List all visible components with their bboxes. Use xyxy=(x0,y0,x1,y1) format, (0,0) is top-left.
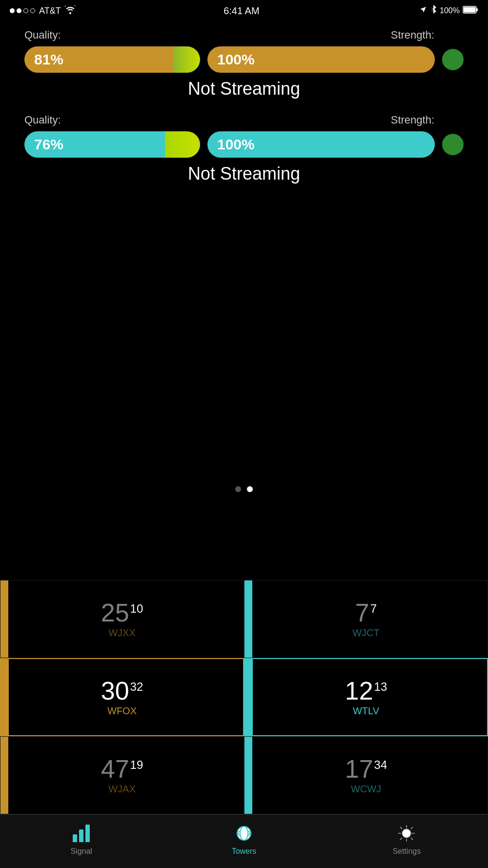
signal-dots xyxy=(10,8,35,13)
svg-point-9 xyxy=(402,829,411,838)
signal-tab-icon xyxy=(71,823,92,844)
channel-row-3: 1213 xyxy=(345,678,387,703)
channel-num-4: 47 xyxy=(101,756,129,782)
station-name-5: WCWJ xyxy=(351,784,381,795)
channel-row-5: 1734 xyxy=(345,756,387,782)
channel-sub-1: 7 xyxy=(370,602,377,616)
quality-bar-1: 81% xyxy=(24,46,200,73)
station-name-3: WTLV xyxy=(353,705,379,717)
channel-sub-0: 10 xyxy=(130,602,143,616)
status-left: AT&T xyxy=(10,5,76,17)
strength-value-1: 100% xyxy=(217,51,255,68)
status-right: 100% xyxy=(407,5,478,17)
bluetooth-icon xyxy=(430,5,437,17)
channel-num-1: 7 xyxy=(355,600,369,625)
station-name-2: WFOX xyxy=(107,705,137,717)
accent-bar-5 xyxy=(244,737,252,814)
station-name-4: WJAX xyxy=(108,784,136,795)
bars-row-1: 81% 100% xyxy=(24,46,464,73)
section-1: Quality: Strength: 81% 100% Not Streamin… xyxy=(24,29,464,99)
tab-signal-label: Signal xyxy=(70,847,92,856)
accent-bar-2 xyxy=(1,659,9,735)
signal-dot-2 xyxy=(17,8,21,13)
tab-towers-label: Towers xyxy=(232,847,257,856)
accent-bar-1 xyxy=(244,580,252,658)
channel-row-4: 4719 xyxy=(101,756,143,782)
main-content: Quality: Strength: 81% 100% Not Streamin… xyxy=(0,19,488,184)
carrier-label: AT&T xyxy=(39,6,61,16)
status-dot-1 xyxy=(442,49,464,70)
tab-settings-label: Settings xyxy=(392,847,421,856)
svg-point-7 xyxy=(240,827,248,840)
tower-cell-1[interactable]: 77WJCT xyxy=(244,580,488,658)
channel-num-0: 25 xyxy=(101,600,129,625)
svg-rect-1 xyxy=(476,8,478,11)
strength-label-1: Strength: xyxy=(391,29,434,41)
signal-dot-4 xyxy=(30,8,35,13)
tab-bar: Signal Towers Settings xyxy=(0,814,488,868)
settings-tab-icon xyxy=(396,823,417,844)
tower-cell-5[interactable]: 1734WCWJ xyxy=(244,736,488,814)
tower-cell-3[interactable]: 1213WTLV xyxy=(244,658,488,736)
channel-num-3: 12 xyxy=(345,678,373,703)
channel-sub-3: 13 xyxy=(374,680,387,694)
moon-icon xyxy=(407,5,416,16)
tower-cell-0[interactable]: 2510WJXX xyxy=(0,580,244,658)
time-display: 6:41 AM xyxy=(224,5,259,17)
channel-sub-2: 32 xyxy=(130,680,143,694)
quality-value-2: 76% xyxy=(34,136,63,153)
status-bar: AT&T 6:41 AM 100% xyxy=(0,0,488,19)
station-name-1: WJCT xyxy=(352,627,380,639)
tower-cell-2[interactable]: 3032WFOX xyxy=(0,658,244,736)
tab-signal[interactable]: Signal xyxy=(1,823,162,856)
bars-row-2: 76% 100% xyxy=(24,131,464,158)
battery-label: 100% xyxy=(440,6,460,15)
signal-dot-3 xyxy=(23,8,28,13)
tower-grid: 2510WJXX77WJCT3032WFOX1213WTLV4719WJAX17… xyxy=(0,580,488,814)
accent-bar-3 xyxy=(245,659,253,735)
location-icon xyxy=(419,6,427,16)
channel-row-0: 2510 xyxy=(101,600,143,625)
strength-bar-1: 100% xyxy=(207,46,435,73)
strength-value-2: 100% xyxy=(217,136,255,153)
signal-dot-1 xyxy=(10,8,15,13)
channel-row-2: 3032 xyxy=(101,678,143,703)
quality-label-2: Quality: xyxy=(24,114,61,126)
channel-num-2: 30 xyxy=(101,678,129,703)
svg-rect-2 xyxy=(463,7,475,13)
station-name-0: WJXX xyxy=(108,627,136,639)
strength-bar-2: 100% xyxy=(207,131,435,158)
towers-tab-icon xyxy=(233,823,255,844)
label-row-1: Quality: Strength: xyxy=(24,29,464,41)
channel-sub-4: 19 xyxy=(130,758,143,772)
accent-bar-4 xyxy=(0,737,8,814)
quality-value-1: 81% xyxy=(34,51,63,68)
tower-grid-container: 2510WJXX77WJCT3032WFOX1213WTLV4719WJAX17… xyxy=(0,580,488,814)
tab-settings[interactable]: Settings xyxy=(326,823,487,856)
page-indicators xyxy=(0,486,488,492)
label-row-2: Quality: Strength: xyxy=(24,114,464,126)
status-dot-2 xyxy=(442,134,464,155)
status-text-2: Not Streaming xyxy=(24,164,464,184)
battery-icon xyxy=(463,6,478,16)
strength-label-2: Strength: xyxy=(391,114,434,126)
channel-num-5: 17 xyxy=(345,756,373,782)
accent-bar-0 xyxy=(0,580,8,658)
tower-cell-4[interactable]: 4719WJAX xyxy=(0,736,244,814)
page-dot-1[interactable] xyxy=(235,486,241,492)
status-text-1: Not Streaming xyxy=(24,79,464,99)
quality-label-1: Quality: xyxy=(24,29,61,41)
channel-sub-5: 34 xyxy=(374,758,387,772)
page-dot-2[interactable] xyxy=(247,486,253,492)
tab-towers[interactable]: Towers xyxy=(163,823,325,856)
section-2: Quality: Strength: 76% 100% Not Streamin… xyxy=(24,114,464,184)
quality-bar-2: 76% xyxy=(24,131,200,158)
wifi-icon xyxy=(65,5,76,17)
channel-row-1: 77 xyxy=(355,600,377,625)
